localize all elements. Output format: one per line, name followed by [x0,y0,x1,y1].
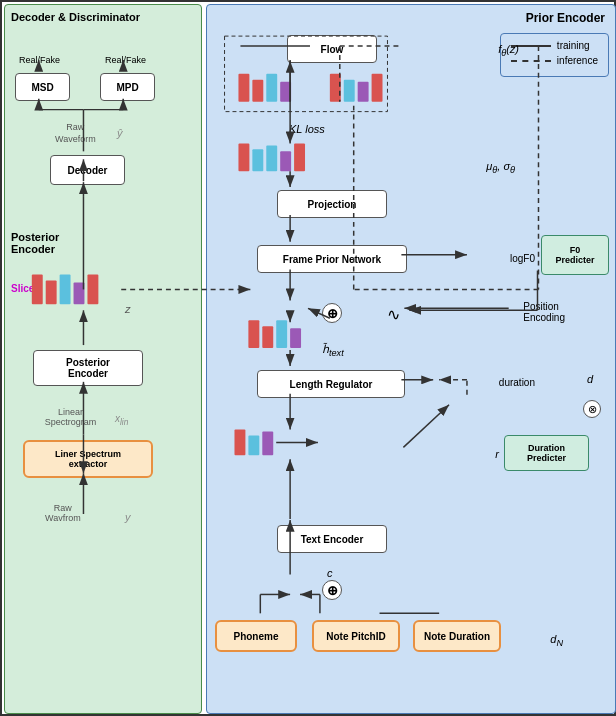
raw-waveform-bottom-label: RawWavfrom [45,503,81,523]
kl-loss-label: KL loss [289,123,325,135]
duration-predicter-box: DurationPredicter [504,435,589,471]
right-panel: Prior Encoder training inference Flow fθ… [206,4,616,714]
note-pitchid-box: Note PitchID [312,620,400,652]
f0-predictor-box: F0Predicter [541,235,609,275]
legend-inference: inference [511,55,598,66]
logF0-label: logF0 [510,253,535,264]
projection-box: Projection [277,190,387,218]
r-label: r [495,448,499,460]
d-N-label: dN [550,633,563,648]
oplus-bottom-symbol: ⊕ [322,580,342,600]
slice-label: Slice [11,283,34,294]
msd-box: MSD [15,73,70,101]
note-duration-box: Note Duration [413,620,501,652]
posterior-section-title: PosteriorEncoder [11,231,59,255]
wave-symbol: ∿ [387,305,400,324]
h-text-label: h̃text [322,343,344,358]
left-panel: Decoder & Discriminator Real/Fake Real/F… [4,4,202,714]
decoder-box: Decoder [50,155,125,185]
real-fake-2-label: Real/Fake [105,55,146,65]
legend-training: training [511,40,598,51]
length-regulator-box: Length Regulator [257,370,405,398]
frame-prior-network-box: Frame Prior Network [257,245,407,273]
d-label: d [587,373,593,385]
duration-label: duration [499,377,535,388]
inference-line [511,60,551,62]
oplus-symbol: ⊕ [322,303,342,323]
posterior-encoder-box: PosteriorEncoder [33,350,143,386]
c-label: c [327,567,333,579]
real-fake-1-label: Real/Fake [19,55,60,65]
raw-waveform-label: RawWaveform [55,120,96,144]
z-label: z [125,303,131,315]
linear-spectrogram-label: LinearSpectrogram [33,407,108,427]
text-encoder-box: Text Encoder [277,525,387,553]
decoder-section-title: Decoder & Discriminator [11,11,140,23]
mu-sigma-label: μθ, σθ [486,160,515,175]
prior-encoder-title: Prior Encoder [526,11,605,25]
mpd-box: MPD [100,73,155,101]
liner-spectrum-extractor-box: Liner Spectrumextractor [23,440,153,478]
flow-box: Flow [287,35,377,63]
y-hat-label: ŷ [117,127,123,139]
circle-x-symbol: ⊗ [583,400,601,418]
y-label: y [125,511,131,523]
ftheta-label: fθ(z) [498,43,519,58]
position-encoding-label: PositionEncoding [523,301,565,323]
x-lin-label: xlin [115,413,128,427]
main-container: Decoder & Discriminator Real/Fake Real/F… [0,0,616,716]
phoneme-box: Phoneme [215,620,297,652]
